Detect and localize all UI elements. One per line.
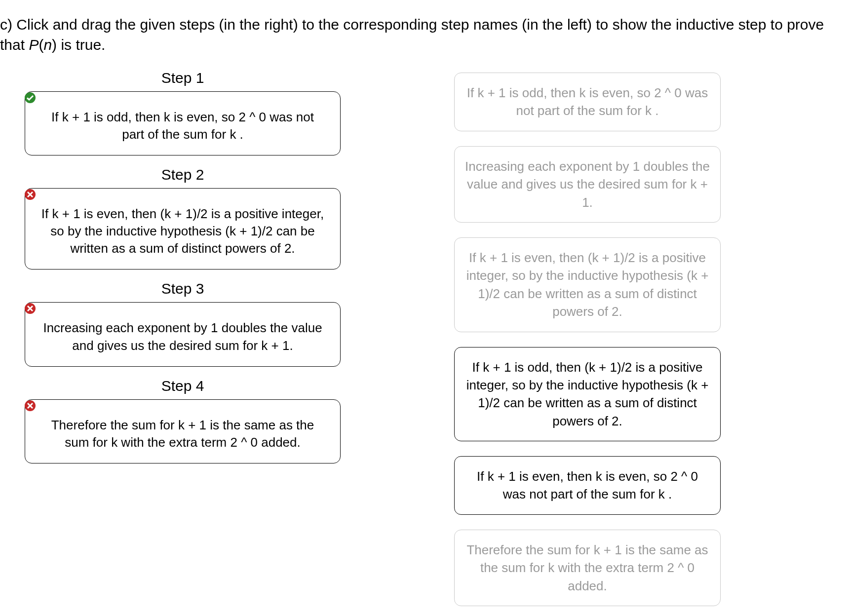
cross-icon: [24, 399, 36, 411]
cross-icon: [24, 302, 36, 313]
step-text: Increasing each exponent by 1 doubles th…: [43, 320, 322, 352]
prompt-suffix: is true.: [57, 37, 105, 53]
option-text: If k + 1 is odd, then (k + 1)/2 is a pos…: [466, 360, 709, 428]
step-title: Step 3: [25, 280, 341, 297]
step-title: Step 4: [25, 378, 341, 394]
check-icon: [24, 91, 36, 103]
drag-option[interactable]: If k + 1 is even, then k is even, so 2 ^…: [454, 456, 721, 515]
question-prompt: c) Click and drag the given steps (in th…: [0, 15, 829, 55]
step-slot-3[interactable]: Step 3 Increasing each exponent by 1 dou…: [25, 280, 341, 366]
option-text: If k + 1 is even, then (k + 1)/2 is a po…: [466, 250, 709, 319]
prompt-arg: n: [43, 37, 52, 53]
cross-icon: [24, 188, 36, 199]
step-text: Therefore the sum for k + 1 is the same …: [51, 418, 314, 450]
prompt-prefix: c) Click and drag the given steps (in th…: [0, 16, 824, 53]
step-card[interactable]: If k + 1 is even, then (k + 1)/2 is a po…: [25, 188, 341, 270]
step-text: If k + 1 is odd, then k is even, so 2 ^ …: [51, 110, 314, 142]
step-card[interactable]: Increasing each exponent by 1 doubles th…: [25, 302, 341, 366]
drag-options-column: If k + 1 is odd, then k is even, so 2 ^ …: [454, 73, 721, 616]
option-text: If k + 1 is even, then k is even, so 2 ^…: [477, 469, 698, 501]
step-title: Step 2: [25, 166, 341, 183]
step-text: If k + 1 is even, then (k + 1)/2 is a po…: [41, 206, 324, 256]
step-card[interactable]: If k + 1 is odd, then k is even, so 2 ^ …: [25, 91, 341, 155]
drag-option[interactable]: If k + 1 is odd, then (k + 1)/2 is a pos…: [454, 347, 721, 442]
option-text: If k + 1 is odd, then k is even, so 2 ^ …: [467, 85, 708, 118]
step-title: Step 1: [25, 70, 341, 86]
step-slot-4[interactable]: Step 4 Therefore the sum for k + 1 is th…: [25, 378, 341, 463]
drag-option[interactable]: If k + 1 is even, then (k + 1)/2 is a po…: [454, 237, 721, 332]
option-text: Increasing each exponent by 1 doubles th…: [465, 159, 710, 210]
drag-option[interactable]: Therefore the sum for k + 1 is the same …: [454, 530, 721, 606]
drag-option[interactable]: If k + 1 is odd, then k is even, so 2 ^ …: [454, 73, 721, 131]
step-card[interactable]: Therefore the sum for k + 1 is the same …: [25, 399, 341, 463]
option-text: Therefore the sum for k + 1 is the same …: [466, 542, 708, 593]
step-slot-1[interactable]: Step 1 If k + 1 is odd, then k is even, …: [25, 70, 341, 155]
prompt-fn: P: [29, 37, 39, 53]
drop-targets-column: Step 1 If k + 1 is odd, then k is even, …: [25, 70, 341, 474]
drag-option[interactable]: Increasing each exponent by 1 doubles th…: [454, 146, 721, 223]
step-slot-2[interactable]: Step 2 If k + 1 is even, then (k + 1)/2 …: [25, 166, 341, 270]
